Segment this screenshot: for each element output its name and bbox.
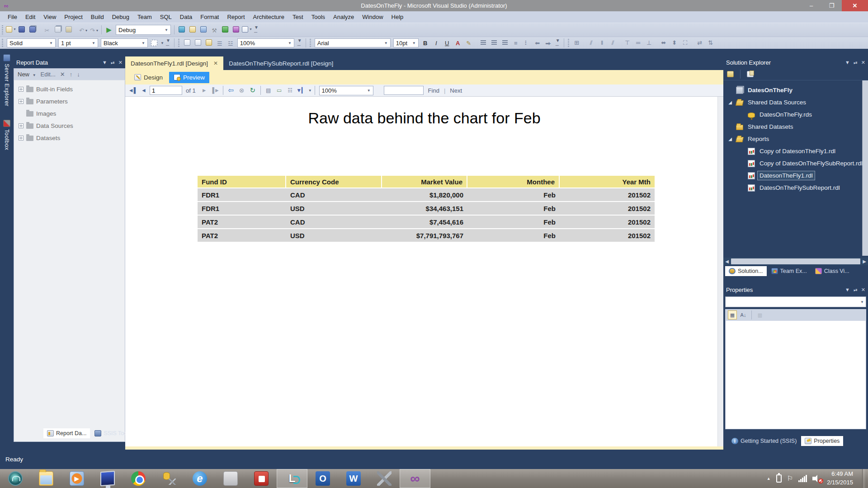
ruler-icon[interactable]: ☳ (226, 38, 236, 48)
toolbar-overflow-icon[interactable]: ▼─ (254, 25, 259, 35)
align-left-icon[interactable] (478, 38, 488, 47)
menu-team[interactable]: Team (133, 12, 156, 22)
scroll-left-icon[interactable]: ◀ (723, 259, 731, 264)
move-up-icon[interactable]: ↑ (70, 71, 73, 78)
solution-item[interactable]: DatesOnTheFly (723, 84, 868, 96)
menu-analyze[interactable]: Analyze (329, 12, 358, 22)
package-explorer-icon[interactable] (231, 24, 241, 34)
panel-tab-teamex[interactable]: Team Ex... (768, 266, 811, 276)
toolbar-overflow-icon[interactable]: ▼─ (556, 38, 560, 48)
customize-tools-icon[interactable]: ⚒ (209, 25, 219, 35)
align-centers-icon[interactable]: ‖ (597, 38, 607, 48)
gray-app-button[interactable] (215, 469, 246, 488)
italic-icon[interactable]: I (431, 38, 441, 48)
numbered-list-icon[interactable]: ≡ (511, 38, 521, 48)
tree-item-data-sources[interactable]: Data Sources (14, 120, 125, 132)
find-button[interactable]: Find (428, 87, 439, 94)
collapse-icon[interactable]: ◢ (727, 100, 733, 105)
menu-edit[interactable]: Edit (21, 12, 39, 22)
menu-architecture[interactable]: Architecture (249, 12, 288, 22)
increase-indent-icon[interactable]: ⮕ (543, 38, 553, 48)
visual-studio-button[interactable]: ∞ (400, 469, 430, 488)
internet-explorer-button[interactable]: e (184, 469, 215, 488)
bottom-tab-getting-started-ssis-[interactable]: iGetting Started (SSIS) (728, 436, 800, 446)
border-picker-icon[interactable] (150, 38, 159, 47)
scroll-right-icon[interactable]: ▶ (861, 259, 868, 264)
report-zoom-combo[interactable]: 100%▼ (237, 38, 294, 47)
undo-icon[interactable]: ↶▾ (78, 25, 88, 35)
media-player-button[interactable] (61, 469, 92, 488)
power-icon[interactable] (776, 474, 782, 483)
solution-item[interactable]: Shared Datasets (723, 121, 868, 133)
network-signal-icon[interactable] (798, 475, 807, 482)
collapse-icon[interactable]: ◢ (727, 136, 733, 141)
solution-item[interactable]: DatesonTheFly1.rdl (723, 169, 868, 182)
toolbar-overflow-icon[interactable]: ▼─ (166, 38, 170, 48)
print-layout-icon[interactable]: ▭ (274, 85, 284, 95)
debug-target-combo[interactable]: Debug ▼ (116, 25, 171, 35)
find-input[interactable] (384, 86, 424, 95)
report-properties-icon[interactable] (204, 38, 214, 47)
vertical-spacing-icon[interactable]: ⇅ (706, 38, 716, 48)
stop-icon[interactable]: ⊗ (237, 85, 247, 95)
command-window-icon[interactable]: ▾ (242, 24, 252, 34)
action-center-flag-icon[interactable]: ⚐ (787, 474, 793, 483)
underline-icon[interactable]: U (442, 38, 452, 48)
bottom-tab-properties[interactable]: Properties (801, 436, 843, 446)
red-app-button[interactable] (246, 469, 277, 488)
new-item-icon[interactable]: ▾ (6, 24, 16, 34)
restore-button[interactable]: ❐ (821, 0, 842, 11)
pin-icon[interactable]: ⏯ (111, 60, 115, 66)
menu-data[interactable]: Data (176, 12, 196, 22)
align-middles-icon[interactable]: ═ (633, 38, 643, 48)
sidebar-tab-server-explorer[interactable]: Server Explorer (0, 52, 14, 109)
snap-to-grid-icon[interactable]: ⊞ (572, 38, 582, 48)
volume-muted-icon[interactable] (812, 474, 821, 483)
same-height-icon[interactable]: ⬍ (670, 38, 679, 48)
border-style-combo[interactable]: Solid▼ (7, 38, 56, 47)
align-tops-icon[interactable]: ⊤ (623, 38, 632, 48)
page-number-input[interactable] (150, 86, 182, 95)
tools-app-button[interactable] (369, 469, 400, 488)
align-rights-icon[interactable]: ⫽ (608, 38, 618, 48)
grouping-icon[interactable]: ☰ (215, 38, 225, 48)
paste-icon[interactable] (64, 24, 74, 34)
categorized-icon[interactable]: ▦ (728, 310, 737, 319)
print-icon[interactable]: ▤ (264, 85, 274, 95)
tab-preview[interactable]: Preview (169, 72, 209, 83)
menu-sql[interactable]: SQL (156, 12, 176, 22)
data-tools-button[interactable] (154, 469, 184, 488)
save-all-icon[interactable] (28, 24, 38, 34)
file-explorer-button[interactable] (31, 469, 61, 488)
align-right-icon[interactable] (500, 38, 510, 47)
bullet-list-icon[interactable]: ⠇ (522, 38, 532, 48)
menu-window[interactable]: Window (358, 12, 387, 22)
report-doc2-icon[interactable] (193, 38, 203, 47)
move-down-icon[interactable]: ↓ (77, 71, 80, 78)
window-position-icon[interactable]: ▼ (102, 60, 107, 66)
window-position-icon[interactable]: ▼ (845, 287, 850, 293)
tab-design[interactable]: Design (130, 72, 167, 83)
highlight-icon[interactable]: ✎ (464, 38, 474, 48)
vertical-scrollbar[interactable] (862, 80, 868, 256)
remote-desktop-button[interactable] (92, 469, 123, 488)
border-width-combo[interactable]: 1 pt▼ (58, 38, 98, 47)
panel-tab-classvi[interactable]: Class Vi... (811, 266, 853, 276)
bottom-tab-report-da-[interactable]: Report Da... (43, 428, 90, 438)
menu-debug[interactable]: Debug (108, 12, 133, 22)
page-setup-icon[interactable]: ☷ (285, 85, 295, 95)
same-width-icon[interactable]: ⬌ (659, 38, 669, 48)
copy-icon[interactable] (53, 24, 63, 34)
close-icon[interactable]: ✕ (213, 60, 218, 66)
properties-window-icon[interactable] (188, 24, 198, 34)
solution-item[interactable]: ◢Shared Data Sources (723, 96, 868, 108)
menu-test[interactable]: Test (288, 12, 307, 22)
delete-icon[interactable]: ✕ (60, 71, 65, 78)
menu-report[interactable]: Report (223, 12, 249, 22)
start-debug-icon[interactable]: ▶ (104, 25, 114, 35)
solution-item[interactable]: Copy of DatesonTheFly1.rdl (723, 145, 868, 157)
import-package-icon[interactable] (220, 24, 230, 34)
close-icon[interactable]: ✕ (861, 287, 865, 293)
outlook-button[interactable]: O (307, 469, 338, 488)
expand-icon[interactable] (19, 136, 24, 141)
